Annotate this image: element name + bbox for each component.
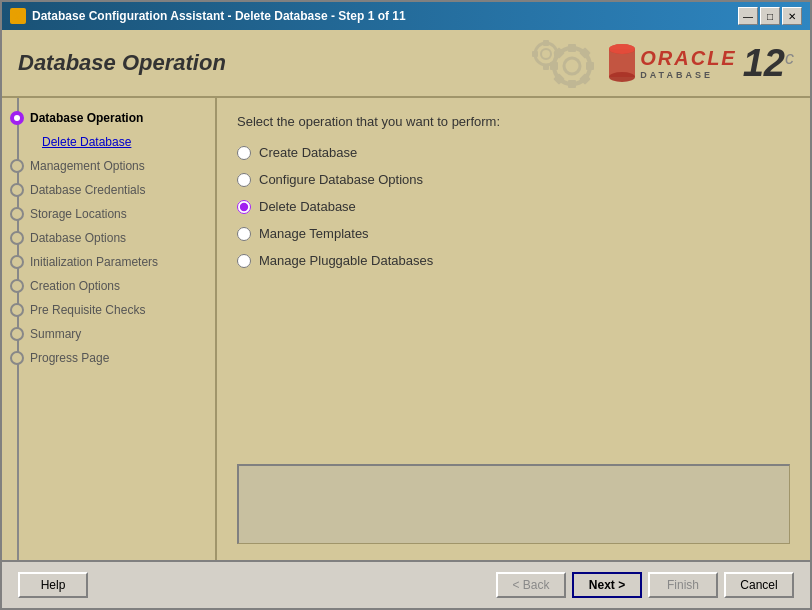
sidebar-label-storage-locations: Storage Locations (30, 207, 127, 221)
radio-item-configure-database-options[interactable]: Configure Database Options (237, 172, 790, 187)
header: Database Operation (2, 30, 810, 98)
sidebar-label-management-options: Management Options (30, 159, 145, 173)
sidebar-label-summary: Summary (30, 327, 81, 341)
sidebar-item-progress-page: Progress Page (2, 346, 215, 370)
radio-item-create-database[interactable]: Create Database (237, 145, 790, 160)
app-icon: ⚙ (10, 8, 26, 24)
svg-rect-5 (586, 62, 594, 70)
title-bar: ⚙ Database Configuration Assistant - Del… (2, 2, 810, 30)
main-window: ⚙ Database Configuration Assistant - Del… (0, 0, 812, 610)
step-indicator-progress-page (10, 351, 24, 365)
radio-manage-pluggable-databases[interactable] (237, 254, 251, 268)
oracle-label: ORACLE (640, 47, 736, 70)
radio-configure-database-options[interactable] (237, 173, 251, 187)
footer-right: < Back Next > Finish Cancel (496, 572, 794, 598)
oracle-sub-label: DATABASE (640, 70, 713, 80)
sidebar-label-delete-database: Delete Database (42, 135, 131, 149)
step-indicator-initialization-parameters (10, 255, 24, 269)
sidebar-item-storage-locations: Storage Locations (2, 202, 215, 226)
back-button[interactable]: < Back (496, 572, 566, 598)
header-title: Database Operation (18, 50, 226, 76)
svg-point-19 (609, 72, 635, 82)
sidebar-label-database-operation: Database Operation (30, 111, 143, 125)
sidebar-item-pre-requisite-checks: Pre Requisite Checks (2, 298, 215, 322)
radio-item-manage-templates[interactable]: Manage Templates (237, 226, 790, 241)
step-indicator-database-options (10, 231, 24, 245)
sidebar-label-initialization-parameters: Initialization Parameters (30, 255, 158, 269)
radio-delete-database[interactable] (237, 200, 251, 214)
sidebar-label-database-credentials: Database Credentials (30, 183, 145, 197)
radio-label-manage-templates: Manage Templates (259, 226, 369, 241)
sidebar-item-database-operation[interactable]: Database Operation (2, 106, 215, 130)
radio-label-create-database: Create Database (259, 145, 357, 160)
sidebar: Database Operation Delete Database Manag… (2, 98, 217, 560)
close-button[interactable]: ✕ (782, 7, 802, 25)
oracle-version-block: 12 c (743, 44, 794, 82)
sidebar-label-progress-page: Progress Page (30, 351, 109, 365)
main-content: Database Operation Delete Database Manag… (2, 98, 810, 560)
radio-item-delete-database[interactable]: Delete Database (237, 199, 790, 214)
oracle-version-c: c (785, 48, 794, 69)
svg-point-10 (535, 43, 557, 65)
sidebar-label-pre-requisite-checks: Pre Requisite Checks (30, 303, 145, 317)
title-bar-controls: — □ ✕ (738, 7, 802, 25)
sidebar-item-summary: Summary (2, 322, 215, 346)
content-prompt: Select the operation that you want to pe… (237, 114, 790, 129)
oracle-brand: ORACLE DATABASE 12 c (524, 36, 794, 91)
radio-manage-templates[interactable] (237, 227, 251, 241)
svg-point-1 (564, 58, 580, 74)
footer-left: Help (18, 572, 88, 598)
description-box (237, 464, 790, 544)
step-indicator-pre-requisite-checks (10, 303, 24, 317)
cancel-button[interactable]: Cancel (724, 572, 794, 598)
svg-rect-13 (543, 64, 549, 70)
radio-item-manage-pluggable-databases[interactable]: Manage Pluggable Databases (237, 253, 790, 268)
svg-rect-15 (554, 51, 560, 57)
oracle-top: ORACLE DATABASE 12 c (524, 36, 794, 91)
oracle-text-group: ORACLE DATABASE 12 c (608, 39, 794, 87)
svg-rect-14 (532, 51, 538, 57)
sidebar-item-initialization-parameters: Initialization Parameters (2, 250, 215, 274)
step-indicator-database-credentials (10, 183, 24, 197)
title-bar-left: ⚙ Database Configuration Assistant - Del… (10, 8, 406, 24)
step-indicator-storage-locations (10, 207, 24, 221)
content-area: Select the operation that you want to pe… (217, 98, 810, 560)
sidebar-item-creation-options: Creation Options (2, 274, 215, 298)
svg-rect-2 (568, 44, 576, 52)
radio-label-manage-pluggable-databases: Manage Pluggable Databases (259, 253, 433, 268)
sidebar-item-database-credentials: Database Credentials (2, 178, 215, 202)
sidebar-label-database-options: Database Options (30, 231, 126, 245)
sidebar-item-database-options: Database Options (2, 226, 215, 250)
radio-create-database[interactable] (237, 146, 251, 160)
radio-group: Create Database Configure Database Optio… (237, 145, 790, 268)
radio-label-configure-database-options: Configure Database Options (259, 172, 423, 187)
maximize-button[interactable]: □ (760, 7, 780, 25)
radio-label-delete-database: Delete Database (259, 199, 356, 214)
oracle-name-block: ORACLE DATABASE (640, 47, 736, 80)
footer: Help < Back Next > Finish Cancel (2, 560, 810, 608)
next-button[interactable]: Next > (572, 572, 642, 598)
svg-rect-12 (543, 40, 549, 46)
svg-rect-3 (568, 80, 576, 88)
help-button[interactable]: Help (18, 572, 88, 598)
step-indicator-database-operation (10, 111, 24, 125)
oracle-version-number: 12 (743, 44, 785, 82)
database-icon (608, 39, 636, 87)
finish-button[interactable]: Finish (648, 572, 718, 598)
sidebar-item-management-options: Management Options (2, 154, 215, 178)
minimize-button[interactable]: — (738, 7, 758, 25)
svg-point-11 (541, 49, 551, 59)
oracle-gears-icon (524, 36, 604, 91)
sidebar-item-delete-database[interactable]: Delete Database (6, 130, 215, 154)
step-indicator-management-options (10, 159, 24, 173)
sidebar-label-creation-options: Creation Options (30, 279, 120, 293)
svg-point-18 (609, 44, 635, 54)
step-indicator-summary (10, 327, 24, 341)
step-indicator-creation-options (10, 279, 24, 293)
title-bar-text: Database Configuration Assistant - Delet… (32, 9, 406, 23)
